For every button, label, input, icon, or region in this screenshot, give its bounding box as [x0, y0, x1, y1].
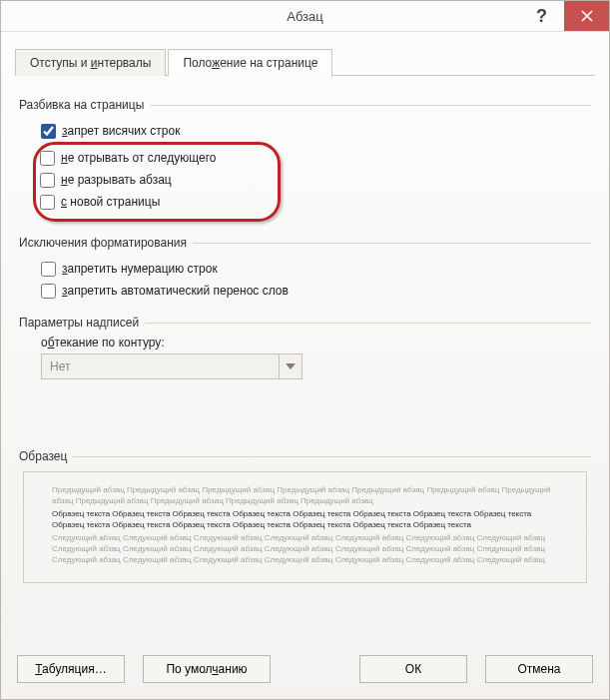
checkbox-input[interactable] [41, 262, 56, 277]
highlight-annotation: не отрывать от следующего не разрывать а… [33, 142, 281, 222]
preview-sample: Образец текста Образец текста Образец те… [52, 508, 558, 530]
button-row: Табуляция… По умолчанию ОК Отмена [1, 641, 609, 699]
group-title: Разбивка на страницы [19, 98, 144, 112]
checkbox-input[interactable] [41, 124, 56, 139]
window-controls: ? [519, 1, 609, 31]
preview-prev: Предыдущий абзац Предыдущий абзац Предыд… [52, 484, 558, 506]
group-preview: Образец Предыдущий абзац Предыдущий абза… [19, 449, 591, 583]
group-textbox: Параметры надписей обтекание по контуру:… [19, 316, 591, 379]
checkbox-page-break[interactable]: с новой страницы [40, 191, 268, 213]
group-pagination: Разбивка на страницы запрет висячих стро… [19, 98, 591, 222]
group-title: Исключения форматирования [19, 236, 187, 250]
checkbox-widow[interactable]: запрет висячих строк [41, 120, 591, 142]
group-label: Исключения форматирования [19, 236, 591, 250]
dialog-title: Абзац [1, 9, 609, 24]
defaults-button[interactable]: По умолчанию [143, 655, 271, 683]
group-divider [193, 243, 591, 244]
group-divider [145, 323, 591, 324]
group-label: Параметры надписей [19, 316, 591, 330]
checkbox-input[interactable] [41, 284, 56, 299]
checkbox-label: запретить нумерацию строк [62, 261, 218, 277]
checkbox-label: запрет висячих строк [62, 123, 180, 139]
checkbox-input[interactable] [40, 195, 55, 210]
tab-label: Положение на странице [183, 56, 317, 70]
ok-button[interactable]: ОК [359, 655, 467, 683]
checkbox-input[interactable] [40, 151, 55, 166]
tab-position[interactable]: Положение на странице [168, 49, 332, 77]
preview-frame: Предыдущий абзац Предыдущий абзац Предыд… [23, 471, 587, 583]
checkbox-no-hyphen[interactable]: запретить автоматический перенос слов [41, 280, 591, 302]
group-label: Образец [19, 449, 591, 463]
wrap-value: Нет [42, 359, 279, 373]
paragraph-dialog: Абзац ? Отступы и интервалы Положение на… [0, 0, 610, 700]
dropdown-button[interactable] [279, 354, 302, 378]
group-divider [73, 456, 591, 457]
group-title: Параметры надписей [19, 316, 139, 330]
checkbox-label: не отрывать от следующего [61, 150, 216, 166]
checkbox-label: запретить автоматический перенос слов [62, 283, 289, 299]
checkbox-label: с новой страницы [61, 194, 160, 210]
close-icon [581, 10, 593, 22]
checkbox-label: не разрывать абзац [61, 172, 172, 188]
tabstrip: Отступы и интервалы Положение на страниц… [1, 32, 609, 76]
cancel-button[interactable]: Отмена [485, 655, 593, 683]
help-button[interactable]: ? [519, 1, 564, 31]
close-button[interactable] [564, 1, 609, 31]
preview-next: Следующий абзац Следующий абзац Следующи… [52, 532, 558, 565]
tab-indents[interactable]: Отступы и интервалы [15, 49, 166, 76]
group-label: Разбивка на страницы [19, 98, 591, 112]
tab-label: Отступы и интервалы [30, 56, 151, 70]
titlebar: Абзац ? [1, 1, 609, 32]
tabs-button[interactable]: Табуляция… [17, 655, 125, 683]
checkbox-input[interactable] [40, 173, 55, 188]
wrap-label: обтекание по контуру: [41, 336, 591, 350]
group-title: Образец [19, 449, 67, 463]
checkbox-keep-together[interactable]: не разрывать абзац [40, 169, 268, 191]
checkbox-no-line-num[interactable]: запретить нумерацию строк [41, 258, 591, 280]
group-exceptions: Исключения форматирования запретить нуме… [19, 236, 591, 302]
checkbox-keep-next[interactable]: не отрывать от следующего [40, 147, 268, 169]
group-divider [150, 105, 591, 106]
wrap-select[interactable]: Нет [41, 353, 303, 379]
chevron-down-icon [286, 363, 296, 369]
dialog-body: Разбивка на страницы запрет висячих стро… [1, 76, 609, 583]
